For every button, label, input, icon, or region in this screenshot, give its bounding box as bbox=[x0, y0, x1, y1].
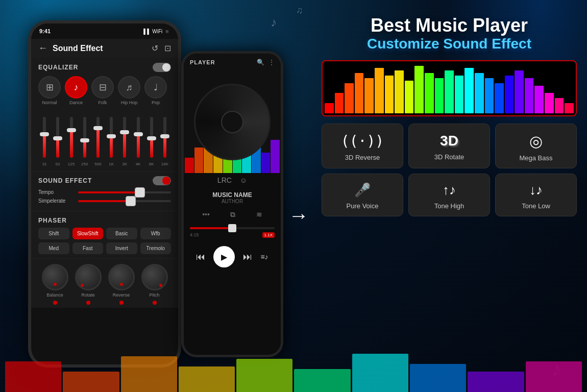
knob-reverse: Reverse bbox=[108, 264, 135, 305]
feature-3d-rotate[interactable]: 3D 3D Rotate bbox=[408, 124, 490, 168]
player-header: PLAYER 🔍 ⋮ bbox=[184, 54, 281, 71]
equalizer-section: EQUALIZER ⊞ Normal ♪ Dance ⊟ Folk bbox=[31, 58, 178, 172]
feature-tone-high[interactable]: ↑♪ Tone High bbox=[408, 174, 490, 216]
eq-title: EQUALIZER bbox=[38, 64, 78, 71]
pure-voice-label: Pure Voice bbox=[347, 202, 379, 210]
right-panel: Best Music Player Customize Sound Effect bbox=[322, 10, 577, 382]
music-note-2: ♫ bbox=[296, 5, 303, 16]
simpelerate-row: Simpelerate bbox=[38, 198, 171, 204]
eq-band-1k[interactable]: 1K bbox=[107, 117, 115, 166]
progress-section: 4:15 1.1X bbox=[184, 221, 281, 241]
eq-bands: 31 62 125 bbox=[38, 110, 171, 166]
speed-badge: 1.1X bbox=[262, 232, 275, 238]
status-icons: ▌▌ WiFi ◾ bbox=[143, 29, 170, 34]
eq-band-31[interactable]: 31 bbox=[40, 117, 48, 166]
phone-right: PLAYER 🔍 ⋮ LRC ☺ MUSIC NAME AUTHOR bbox=[181, 51, 283, 357]
back-icon[interactable]: ← bbox=[38, 43, 47, 54]
sound-effect-section: SOUND EFFECT Tempo Simpelerate bbox=[31, 172, 178, 211]
eq-toggle[interactable] bbox=[153, 63, 171, 72]
eq-band-2k[interactable]: 2K bbox=[120, 117, 129, 166]
preset-dance[interactable]: ♪ Dance bbox=[65, 76, 87, 105]
preset-folk[interactable]: ⊟ Folk bbox=[91, 76, 114, 105]
phaser-basic[interactable]: Basic bbox=[106, 228, 137, 239]
preset-normal-icon: ⊞ bbox=[38, 76, 61, 99]
song-name: MUSIC NAME bbox=[188, 191, 277, 199]
phaser-section: PHASER Shift SlowShift Basic Wfb Med Fas… bbox=[31, 211, 178, 258]
headline: Best Music Player Customize Sound Effect bbox=[322, 10, 577, 52]
knob-rotate: Rotate bbox=[75, 264, 102, 305]
next-icon[interactable]: ⏭ bbox=[243, 252, 252, 262]
vinyl-area bbox=[184, 71, 281, 173]
menu-icon[interactable]: ⋮ bbox=[268, 59, 275, 66]
eq-band-8k[interactable]: 8K bbox=[148, 117, 156, 166]
phaser-wfb[interactable]: Wfb bbox=[140, 228, 172, 239]
feature-3d-reverse[interactable]: ((·)) 3D Reverse bbox=[322, 124, 403, 168]
feature-pure-voice[interactable]: 🎤 Pure Voice bbox=[322, 174, 403, 216]
progress-bar[interactable] bbox=[190, 227, 275, 229]
phaser-title: PHASER bbox=[38, 217, 67, 224]
artist-name: AUTHOR bbox=[188, 199, 277, 204]
playlist-ctrl-icon[interactable]: ≡♪ bbox=[260, 253, 268, 261]
feature-tone-low[interactable]: ↓♪ Tone Low bbox=[495, 174, 577, 216]
search-icon[interactable]: 🔍 bbox=[257, 59, 264, 66]
phaser-slowshift[interactable]: SlowShift bbox=[72, 228, 104, 239]
play-button[interactable]: ▶ bbox=[213, 246, 235, 267]
mega-bass-label: Mega Bass bbox=[519, 154, 552, 162]
preset-dance-icon: ♪ bbox=[65, 76, 87, 99]
status-time: 9:41 bbox=[39, 28, 51, 34]
arrow-icon: → bbox=[288, 204, 309, 227]
player-icons: 🔍 ⋮ bbox=[257, 59, 275, 66]
eq-band-4k[interactable]: 4K bbox=[134, 117, 142, 166]
time-row: 4:15 1.1X bbox=[190, 232, 275, 238]
sound-effect-toggle[interactable] bbox=[153, 176, 171, 185]
eq-icon[interactable]: ≋ bbox=[256, 210, 262, 219]
phaser-tremolo[interactable]: Tremolo bbox=[140, 242, 172, 254]
3d-reverse-label: 3D Reverse bbox=[345, 154, 380, 161]
phone-left: 9:41 ▌▌ WiFi ◾ ← Sound Effect ↺ ⊡ EQUALI… bbox=[28, 20, 181, 368]
eq-band-125[interactable]: 125 bbox=[67, 117, 75, 166]
playlist-icon[interactable]: ⧉ bbox=[230, 210, 235, 219]
eq-band-16k[interactable]: 16K bbox=[161, 117, 169, 166]
bottom-decoration bbox=[0, 351, 587, 392]
3d-rotate-label: 3D Rotate bbox=[434, 153, 464, 161]
preset-row: ⊞ Normal ♪ Dance ⊟ Folk ♬ Hip Hop ♩ Po bbox=[38, 76, 171, 105]
tempo-slider[interactable] bbox=[78, 191, 171, 193]
knobs-section: Balance Rotate Reverse Pitch bbox=[31, 258, 178, 308]
feature-mega-bass[interactable]: ◎ Mega Bass bbox=[495, 124, 577, 168]
3d-rotate-icon: 3D bbox=[440, 133, 458, 149]
eq-band-62[interactable]: 62 bbox=[54, 117, 62, 166]
more-options: ••• ⧉ ≋ bbox=[184, 208, 281, 221]
action-row: LRC ☺ bbox=[184, 173, 281, 187]
phaser-invert[interactable]: Invert bbox=[106, 242, 137, 254]
eq-band-250[interactable]: 250 bbox=[81, 117, 89, 166]
spectrum-bars bbox=[323, 61, 576, 115]
features-grid: ((·)) 3D Reverse 3D 3D Rotate ◎ Mega Bas… bbox=[322, 124, 577, 216]
prev-icon[interactable]: ⏮ bbox=[196, 252, 205, 262]
save-icon[interactable]: ⊡ bbox=[164, 43, 171, 53]
phaser-shift[interactable]: Shift bbox=[38, 228, 69, 239]
status-bar: 9:41 ▌▌ WiFi ◾ bbox=[31, 23, 178, 39]
headline-main: Best Music Player bbox=[322, 15, 577, 36]
tempo-label: Tempo bbox=[38, 189, 74, 195]
preset-pop[interactable]: ♩ Pop bbox=[144, 76, 167, 105]
preset-hiphop[interactable]: ♬ Hip Hop bbox=[118, 76, 140, 105]
pure-voice-icon: 🎤 bbox=[354, 182, 371, 198]
sound-effect-title: SOUND EFFECT bbox=[38, 177, 92, 184]
mega-bass-icon: ◎ bbox=[529, 132, 543, 150]
eq-band-500[interactable]: 500 bbox=[94, 117, 102, 166]
phaser-fast[interactable]: Fast bbox=[72, 242, 104, 254]
song-info: MUSIC NAME AUTHOR bbox=[184, 187, 281, 208]
refresh-icon[interactable]: ↺ bbox=[152, 43, 158, 53]
preset-normal[interactable]: ⊞ Normal bbox=[38, 76, 61, 105]
preset-hiphop-icon: ♬ bbox=[118, 76, 140, 99]
simpelerate-slider[interactable] bbox=[78, 200, 171, 202]
knob-pitch: Pitch bbox=[141, 264, 168, 305]
app-title: Sound Effect bbox=[53, 44, 103, 53]
more-icon[interactable]: ••• bbox=[202, 210, 210, 219]
3d-reverse-icon: ((·)) bbox=[341, 133, 384, 150]
lyrics-icon[interactable]: LRC bbox=[217, 176, 232, 184]
face-icon[interactable]: ☺ bbox=[240, 176, 247, 184]
tone-low-icon: ↓♪ bbox=[529, 182, 543, 198]
spectrum-display: ✂ bbox=[322, 60, 577, 116]
phaser-med[interactable]: Med bbox=[38, 242, 69, 254]
